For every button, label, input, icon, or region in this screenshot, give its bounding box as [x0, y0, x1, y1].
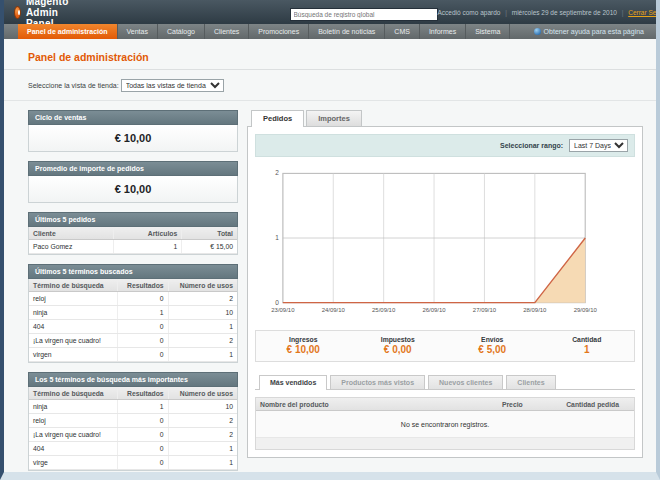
stat-ingresos: Ingresos€ 10,00 [256, 336, 351, 355]
average-orders-card: Promedio de importe de pedidos € 10,00 [28, 161, 238, 203]
svg-text:0: 0 [275, 299, 279, 306]
dashboard: Ciclo de ventas € 10,00 Promedio de impo… [4, 101, 656, 480]
stat-impuestos: Impuestos€ 0,00 [351, 336, 446, 355]
help-label: Obtener ayuda para esta página [544, 28, 644, 35]
bestsellers-table: Nombre del productoPrecioCantidad pedida… [255, 397, 635, 450]
last-search-title: Últimos 5 términos buscados [28, 264, 238, 279]
table-row[interactable]: ¡La virgen que cuadro!02 [29, 428, 237, 442]
column-header: Resultados [117, 279, 168, 292]
help-link[interactable]: Obtener ayuda para esta página [534, 24, 656, 39]
range-select[interactable]: Last 7 Days [569, 139, 628, 152]
svg-text:23/09/10: 23/09/10 [271, 307, 295, 313]
nav-item-promociones[interactable]: Promociones [249, 24, 309, 39]
store-view-label: Seleccione la vista de tienda: [28, 82, 119, 89]
nav-item-ventas[interactable]: Ventas [118, 24, 158, 39]
column-header: Número de usos [168, 387, 237, 400]
nav-item-sistema[interactable]: Sistema [466, 24, 510, 39]
product-tabs: Más vendidosProductos más vistosNuevos c… [255, 375, 635, 390]
last-search-card: Últimos 5 términos buscados Término de b… [28, 264, 238, 363]
table-row[interactable]: reloj02 [29, 414, 237, 428]
orders-chart: 01223/09/1024/09/1025/09/1026/09/1027/09… [255, 157, 635, 323]
logged-in-as: Accedió como apardo [438, 9, 501, 16]
table-row[interactable]: Paco Gomez1€ 15,00 [29, 240, 237, 254]
svg-text:26/09/10: 26/09/10 [422, 307, 446, 313]
average-orders-value: € 10,00 [29, 176, 237, 202]
column-header: Precio [498, 398, 562, 411]
column-header: Cantidad pedida [562, 398, 634, 411]
stat-envíos: Envíos€ 5,00 [445, 336, 540, 355]
nav-item-clientes[interactable]: Clientes [205, 24, 249, 39]
lifetime-sales-card: Ciclo de ventas € 10,00 [28, 110, 238, 152]
store-view-row: Seleccione la vista de tienda: Todas las… [4, 70, 656, 101]
tab-importes[interactable]: Importes [306, 110, 362, 126]
magento-logo-icon [14, 6, 21, 19]
table-row[interactable]: ninja110 [29, 306, 237, 320]
bestsellers-grid: Nombre del productoPrecioCantidad pedida [256, 398, 634, 411]
top-search-title: Los 5 términos de búsqueda más important… [28, 372, 238, 387]
range-bar: Seleccionar rango: Last 7 Days [255, 134, 635, 157]
totals-bar: Ingresos€ 10,00Impuestos€ 0,00Envíos€ 5,… [255, 330, 635, 362]
average-orders-title: Promedio de importe de pedidos [28, 161, 238, 176]
column-header: Resultados [117, 387, 168, 400]
admin-header: Magento Admin Panel Accedió como apardo … [4, 0, 656, 24]
top-search-table: Término de búsquedaResultadosNúmero de u… [29, 387, 237, 470]
table-row[interactable]: ninja110 [29, 400, 237, 414]
nav-item-bolet-n-de-noticias[interactable]: Boletín de noticias [309, 24, 385, 39]
table-row[interactable]: 40401 [29, 320, 237, 334]
svg-text:24/09/10: 24/09/10 [322, 307, 346, 313]
nav-item-cat-logo[interactable]: Catálogo [158, 24, 205, 39]
column-header: Nombre del producto [256, 398, 498, 411]
table-row[interactable]: virge01 [29, 456, 237, 470]
column-header: Total [182, 227, 237, 240]
store-view-select[interactable]: Todas las vistas de tienda [121, 79, 224, 92]
column-header: Término de búsqueda [29, 279, 117, 292]
top-search-card: Los 5 términos de búsqueda más important… [28, 372, 238, 471]
tab-clientes[interactable]: Clientes [506, 375, 555, 389]
column-header: Término de búsqueda [29, 387, 117, 400]
stat-cantidad: Cantidad1 [540, 336, 635, 355]
svg-text:27/09/10: 27/09/10 [473, 307, 497, 313]
session-info: Accedió como apardo | miércoles 29 de se… [438, 9, 660, 16]
orders-panel: Seleccionar rango: Last 7 Days 01223/09/… [247, 126, 643, 458]
nav-item-panel-de-administraci-n[interactable]: Panel de administración [18, 24, 118, 39]
table-row[interactable]: virgen01 [29, 348, 237, 362]
table-row[interactable]: 40401 [29, 442, 237, 456]
tab-productos-m-s-vistos[interactable]: Productos más vistos [330, 375, 425, 389]
global-search-input[interactable] [290, 8, 438, 21]
last-orders-table: ClienteArtículosTotalPaco Gomez1€ 15,00 [29, 227, 237, 254]
help-globe-icon [534, 28, 541, 35]
lifetime-sales-title: Ciclo de ventas [28, 110, 238, 125]
dashboard-right-column: PedidosImportes Seleccionar rango: Last … [247, 110, 643, 458]
svg-text:2: 2 [275, 169, 279, 176]
svg-text:29/09/10: 29/09/10 [574, 307, 598, 313]
tab-m-s-vendidos[interactable]: Más vendidos [259, 375, 327, 390]
main-nav: Panel de administraciónVentasCatálogoCli… [4, 24, 656, 39]
global-search [290, 3, 438, 21]
dashboard-left-column: Ciclo de ventas € 10,00 Promedio de impo… [28, 110, 238, 480]
last-search-table: Término de búsquedaResultadosNúmero de u… [29, 279, 237, 362]
nav-item-cms[interactable]: CMS [385, 24, 420, 39]
chart-tabs: PedidosImportes [247, 110, 643, 126]
column-header: Cliente [29, 227, 114, 240]
last-orders-title: Últimos 5 pedidos [28, 212, 238, 227]
column-header: Número de usos [168, 279, 237, 292]
orders-chart-svg: 01223/09/1024/09/1025/09/1026/09/1027/09… [257, 165, 633, 317]
last-orders-card: Últimos 5 pedidos ClienteArtículosTotalP… [28, 212, 238, 255]
page-title: Panel de administración [4, 39, 656, 70]
range-label: Seleccionar rango: [500, 142, 563, 149]
svg-text:1: 1 [275, 234, 279, 241]
table-row[interactable]: ¡La virgen que cuadro!02 [29, 334, 237, 348]
tab-nuevos-clientes[interactable]: Nuevos clientes [428, 375, 503, 389]
no-records-message: No se encontraron registros. [256, 411, 634, 438]
column-header: Artículos [114, 227, 182, 240]
empty-strip [256, 438, 634, 449]
tab-pedidos[interactable]: Pedidos [251, 110, 304, 127]
nav-item-informes[interactable]: Informes [420, 24, 466, 39]
browser-frame: Magento Admin Panel Accedió como apardo … [0, 0, 660, 480]
svg-text:25/09/10: 25/09/10 [372, 307, 396, 313]
logout-link[interactable]: Cerrar Sesión [628, 9, 660, 16]
current-date: miércoles 29 de septiembre de 2010 [512, 9, 617, 16]
lifetime-sales-value: € 10,00 [29, 125, 237, 151]
table-row[interactable]: reloj02 [29, 292, 237, 306]
svg-text:28/09/10: 28/09/10 [523, 307, 547, 313]
